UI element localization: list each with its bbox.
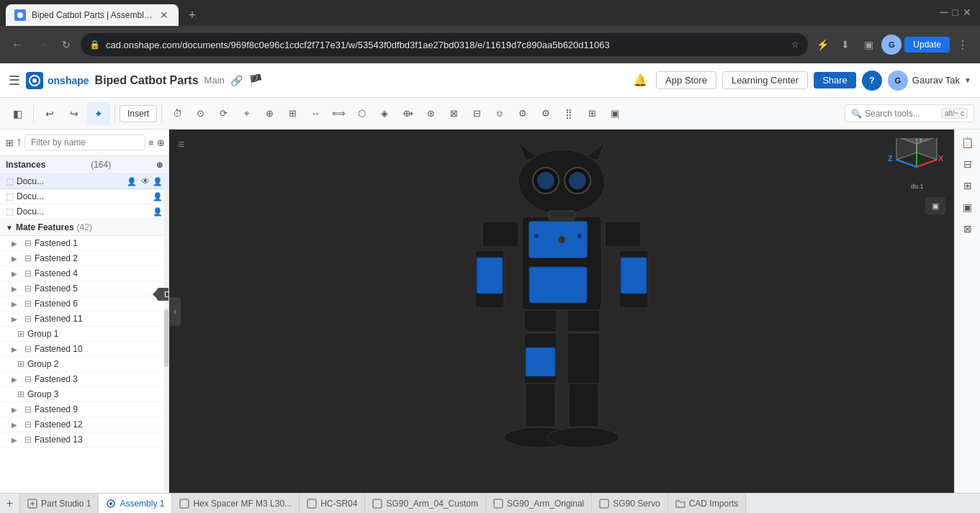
insert-button[interactable]: Insert: [120, 105, 157, 122]
right-panel-btn-5[interactable]: ⊠: [958, 219, 978, 239]
list-item[interactable]: ▶ ⊟ Fastened 5: [0, 281, 168, 296]
maximize-icon[interactable]: □: [953, 6, 958, 18]
tool-18[interactable]: ⣿: [558, 103, 580, 124]
list-item[interactable]: ▶ ⊟ Fastened 11: [0, 312, 168, 327]
tree-item-docu-2[interactable]: ⬚ Docu... 👤: [0, 189, 168, 204]
link-icon[interactable]: 🔗: [230, 75, 243, 86]
flag-icon[interactable]: 🏴: [248, 73, 263, 87]
update-button[interactable]: Update: [904, 37, 950, 53]
tab-sg90-servo[interactable]: SG90 Servo: [592, 494, 667, 513]
back-button[interactable]: ←: [7, 35, 27, 55]
tab-sg90-arm-custom[interactable]: SG90_Arm_04_Custom: [365, 494, 485, 513]
tool-4[interactable]: ⌖: [235, 103, 257, 124]
person-action-icon-1[interactable]: 👤: [153, 177, 163, 186]
tab-close-icon[interactable]: ✕: [158, 9, 170, 21]
list-item[interactable]: ⊞ Group 3: [0, 387, 168, 402]
filter-icon[interactable]: ⊺: [17, 134, 22, 151]
tool-12[interactable]: ⊛: [420, 103, 441, 124]
learning-center-button[interactable]: Learning Center: [722, 71, 808, 89]
list-item[interactable]: ▶ ⊟ Fastened 6: [0, 296, 168, 312]
view-presets-button[interactable]: ▣: [925, 197, 945, 214]
group-2-item[interactable]: ⊞ Group 2: [0, 357, 168, 372]
tab-hc-sr04[interactable]: HC-SR04: [300, 494, 365, 513]
right-panel-btn-3[interactable]: ⊞: [958, 176, 978, 196]
share-button[interactable]: Share: [814, 72, 856, 88]
viewport-collapse-button[interactable]: ‹: [169, 297, 181, 326]
notification-button[interactable]: 🔔: [630, 71, 650, 91]
tool-17[interactable]: ⚙: [535, 103, 557, 124]
tree-item-docu-3[interactable]: ⬚ Docu... 👤: [0, 204, 168, 219]
list-view-icon[interactable]: ≡: [148, 134, 154, 151]
tool-19[interactable]: ⊞: [581, 103, 603, 124]
sidebar-scroll[interactable]: ⬚ Docu... 👤 👁 👤 ⬚ Docu... 👤 ⬚ Docu... 👤: [0, 174, 168, 493]
sidebar-scrollbar[interactable]: [164, 187, 168, 493]
right-panel-btn-4[interactable]: ▣: [958, 197, 978, 217]
tool-5[interactable]: ⊕: [259, 103, 280, 124]
tree-item-docu-1[interactable]: ⬚ Docu... 👤 👁 👤: [0, 174, 168, 189]
active-tab[interactable]: Biped Catbot Parts | Assembly 1 ✕: [6, 4, 179, 26]
right-panel-btn-2[interactable]: ⊟: [958, 154, 978, 174]
viewport[interactable]: X Y Z du.1: [169, 130, 954, 493]
tab-hex-spacer[interactable]: Hex Spacer MF M3 L30...: [172, 494, 300, 513]
app-store-button[interactable]: App Store: [656, 71, 716, 89]
close-icon[interactable]: ✕: [963, 6, 971, 18]
tool-15[interactable]: ⎊: [489, 103, 511, 124]
list-item[interactable]: ▶ ⊟ Fastened 12: [0, 417, 168, 432]
instances-expand-icon[interactable]: ⊕: [156, 160, 163, 170]
list-item[interactable]: ▶ ⊟ Fastened 4: [0, 266, 168, 281]
left-panel-tools[interactable]: ⊞: [6, 134, 14, 151]
list-item[interactable]: ▶ ⊟ Fastened 1: [0, 236, 168, 251]
download-icon[interactable]: ⬇: [835, 35, 855, 55]
list-item[interactable]: ▶ ⊟ Fastened 2: [0, 251, 168, 266]
undo-button[interactable]: ↩: [38, 102, 61, 125]
tool-10[interactable]: ◈: [374, 103, 395, 124]
onshape-logo[interactable]: onshape: [26, 72, 89, 89]
chrome-menu-icon[interactable]: ⋮: [953, 35, 973, 55]
reload-button[interactable]: ↻: [56, 35, 76, 55]
tool-16[interactable]: ⚙: [512, 103, 534, 124]
list-item[interactable]: ⊞ Group 1: [0, 327, 168, 342]
minimize-icon[interactable]: ─: [940, 6, 948, 19]
tool-14[interactable]: ⊟: [466, 103, 487, 124]
hamburger-menu-icon[interactable]: ☰: [9, 73, 20, 88]
help-button[interactable]: ?: [862, 71, 882, 91]
eye-icon-1[interactable]: 👁: [141, 176, 150, 186]
new-tab-icon[interactable]: +: [0, 494, 20, 513]
list-item[interactable]: ▶ ⊟ Fastened 3: [0, 372, 168, 387]
bookmark-icon[interactable]: ☆: [791, 40, 799, 50]
forward-button[interactable]: →: [32, 35, 52, 55]
tool-9[interactable]: ⬡: [351, 103, 372, 124]
search-tools-input[interactable]: 🔍 Search tools... alt/~ c: [845, 104, 974, 122]
new-tab-button[interactable]: +: [181, 4, 203, 26]
list-item[interactable]: ▶ ⊟ Fastened 13: [0, 432, 168, 448]
tab-assembly-1[interactable]: Assembly 1: [99, 494, 172, 513]
scrollbar-thumb[interactable]: [164, 309, 168, 367]
tool-7[interactable]: ↔: [305, 103, 326, 124]
profile-button[interactable]: G: [881, 35, 902, 55]
viewport-list-icon[interactable]: ≡: [178, 138, 184, 151]
tool-20[interactable]: ▣: [604, 103, 626, 124]
address-bar[interactable]: 🔒 cad.onshape.com/documents/969f8c0e96c1…: [81, 33, 808, 56]
tool-2[interactable]: ⊙: [189, 103, 211, 124]
mate-features-header[interactable]: ▼ Mate Features (42): [0, 219, 168, 236]
extensions-icon[interactable]: ⚡: [812, 35, 832, 55]
sidebar-toggle-icon[interactable]: ▣: [858, 35, 878, 55]
right-panel-btn-1[interactable]: 📋: [958, 132, 978, 153]
tab-sg90-arm-original[interactable]: SG90_Arm_Original: [486, 494, 592, 513]
nav-cube[interactable]: X Y Z du.1: [888, 138, 945, 196]
select-mode-button[interactable]: ✦: [87, 102, 110, 125]
list-item[interactable]: ▶ ⊟ Fastened 10: [0, 342, 168, 357]
filter-input[interactable]: [24, 135, 145, 150]
tab-part-studio[interactable]: Part Studio 1: [20, 494, 99, 513]
tab-cad-imports[interactable]: CAD Imports: [668, 494, 747, 513]
instances-add-icon[interactable]: ⊕: [157, 134, 165, 151]
tool-13[interactable]: ⊠: [443, 103, 464, 124]
view-left-icon[interactable]: ◧: [6, 102, 29, 125]
redo-button[interactable]: ↪: [63, 102, 86, 125]
tool-3[interactable]: ⟳: [212, 103, 234, 124]
tool-8[interactable]: ⟺: [328, 103, 349, 124]
user-button[interactable]: G Gaurav Tak ▼: [888, 71, 971, 91]
tool-11[interactable]: ⟴: [397, 103, 418, 124]
list-item[interactable]: ▶ ⊟ Fastened 9: [0, 402, 168, 417]
tool-6[interactable]: ⊞: [282, 103, 303, 124]
